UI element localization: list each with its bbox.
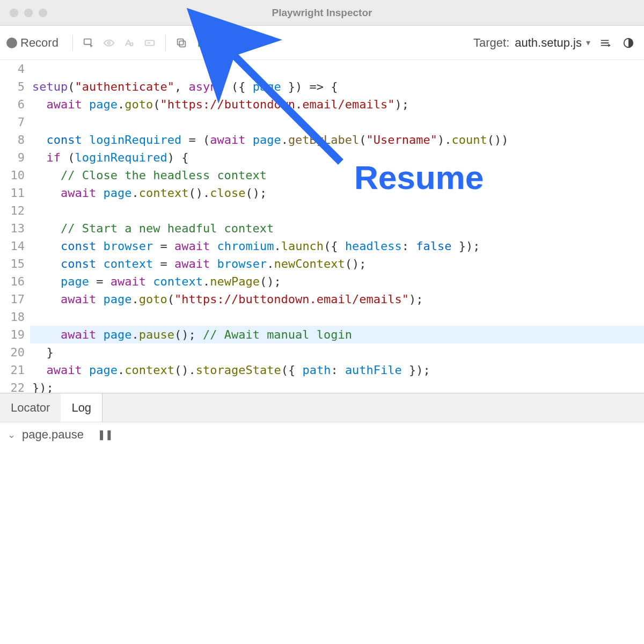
svg-rect-0 [84, 39, 91, 44]
assert-visibility-button[interactable] [100, 34, 118, 52]
code-line[interactable]: const context = await browser.newContext… [30, 255, 644, 273]
line-gutter: 45678910111213141516171819202122 [0, 60, 30, 393]
window-title: Playwright Inspector [0, 7, 644, 19]
theme-toggle-button[interactable] [619, 34, 638, 52]
toolbar-separator [72, 35, 73, 51]
code-line[interactable]: }); [30, 379, 644, 393]
code-line[interactable] [30, 202, 644, 219]
target-value: auth.setup.js [515, 36, 582, 50]
code-line[interactable] [30, 60, 644, 78]
code-area[interactable]: setup("authenticate", async ({ page }) =… [30, 60, 644, 393]
code-line[interactable]: const loginRequired = (await page.getByL… [30, 131, 644, 149]
log-entry[interactable]: ⌄ page.pause ❚❚ [0, 422, 644, 447]
tab-log[interactable]: Log [61, 393, 103, 422]
code-line[interactable]: if (loginRequired) { [30, 149, 644, 166]
copy-button[interactable] [172, 34, 191, 52]
assert-value-button[interactable] [141, 34, 159, 52]
step-over-button[interactable] [233, 34, 252, 52]
pause-button[interactable] [213, 34, 231, 52]
code-line[interactable]: await page.context().storageState({ path… [30, 361, 644, 379]
code-line[interactable]: // Close the headless context [30, 166, 644, 184]
svg-rect-6 [223, 39, 224, 46]
chevron-down-icon: ▾ [586, 38, 590, 48]
svg-rect-4 [178, 39, 184, 45]
filter-list-button[interactable] [596, 34, 614, 52]
code-line[interactable]: // Start a new headful context [30, 219, 644, 237]
code-line[interactable]: page = await context.newPage(); [30, 273, 644, 290]
svg-point-1 [108, 41, 111, 44]
svg-point-7 [241, 44, 244, 46]
log-entry-text: page.pause [22, 428, 84, 442]
target-select[interactable]: auth.setup.js ▾ [515, 36, 590, 50]
resume-button[interactable] [193, 34, 211, 52]
window-titlebar: Playwright Inspector [0, 0, 644, 26]
toolbar-separator [165, 35, 166, 51]
target-label: Target: [473, 36, 509, 50]
pause-icon: ❚❚ [90, 428, 113, 441]
code-line[interactable]: await page.goto("https://buttondown.emai… [30, 96, 644, 113]
record-icon [6, 38, 17, 48]
code-line[interactable]: await page.context().close(); [30, 184, 644, 202]
toolbar: Record [0, 26, 644, 60]
code-line[interactable]: setup("authenticate", async ({ page }) =… [30, 78, 644, 96]
record-button[interactable]: Record [6, 36, 66, 50]
record-label: Record [20, 36, 58, 50]
code-line[interactable] [30, 113, 644, 131]
code-line[interactable]: } [30, 343, 644, 361]
bottom-tab-bar: Locator Log [0, 393, 644, 422]
code-editor[interactable]: 45678910111213141516171819202122 setup("… [0, 60, 644, 393]
tab-locator[interactable]: Locator [0, 393, 61, 422]
chevron-down-icon: ⌄ [8, 429, 16, 441]
svg-rect-5 [219, 39, 221, 46]
code-line[interactable]: await page.pause(); // Await manual logi… [30, 326, 644, 343]
assert-text-button[interactable] [120, 34, 138, 52]
code-line[interactable] [30, 308, 644, 326]
svg-rect-3 [179, 41, 185, 47]
code-line[interactable]: await page.goto("https://buttondown.emai… [30, 290, 644, 308]
code-line[interactable]: const browser = await chromium.launch({ … [30, 237, 644, 255]
pick-locator-button[interactable] [79, 34, 98, 52]
